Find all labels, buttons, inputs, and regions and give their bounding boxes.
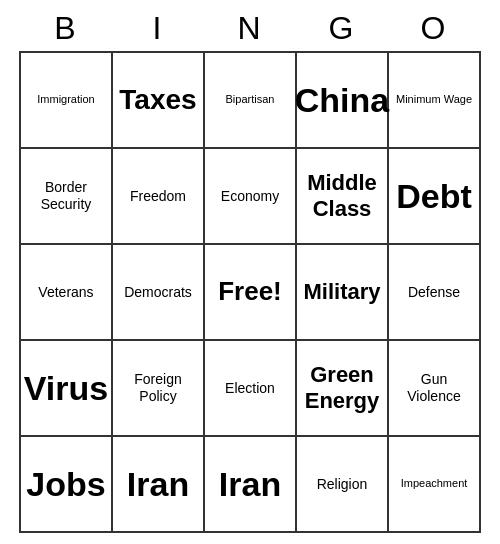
bingo-cell-23: Religion: [297, 437, 389, 533]
bingo-cell-14: Defense: [389, 245, 481, 341]
header-b: B: [20, 10, 112, 47]
header-i: I: [112, 10, 204, 47]
bingo-cell-19: Gun Violence: [389, 341, 481, 437]
header-o: O: [388, 10, 480, 47]
bingo-cell-8: Middle Class: [297, 149, 389, 245]
bingo-cell-12: Free!: [205, 245, 297, 341]
bingo-cell-22: Iran: [205, 437, 297, 533]
bingo-cell-2: Bipartisan: [205, 53, 297, 149]
bingo-cell-3: China: [297, 53, 389, 149]
bingo-grid: ImmigrationTaxesBipartisanChinaMinimum W…: [19, 51, 481, 533]
bingo-cell-21: Iran: [113, 437, 205, 533]
bingo-cell-6: Freedom: [113, 149, 205, 245]
bingo-cell-0: Immigration: [21, 53, 113, 149]
bingo-cell-11: Democrats: [113, 245, 205, 341]
bingo-cell-9: Debt: [389, 149, 481, 245]
bingo-cell-16: Foreign Policy: [113, 341, 205, 437]
bingo-cell-13: Military: [297, 245, 389, 341]
header-n: N: [204, 10, 296, 47]
bingo-cell-15: Virus: [21, 341, 113, 437]
header-g: G: [296, 10, 388, 47]
bingo-header: B I N G O: [20, 10, 480, 47]
bingo-cell-1: Taxes: [113, 53, 205, 149]
bingo-cell-10: Veterans: [21, 245, 113, 341]
bingo-cell-7: Economy: [205, 149, 297, 245]
bingo-cell-24: Impeachment: [389, 437, 481, 533]
bingo-cell-4: Minimum Wage: [389, 53, 481, 149]
bingo-cell-20: Jobs: [21, 437, 113, 533]
bingo-cell-17: Election: [205, 341, 297, 437]
bingo-cell-5: Border Security: [21, 149, 113, 245]
bingo-cell-18: Green Energy: [297, 341, 389, 437]
